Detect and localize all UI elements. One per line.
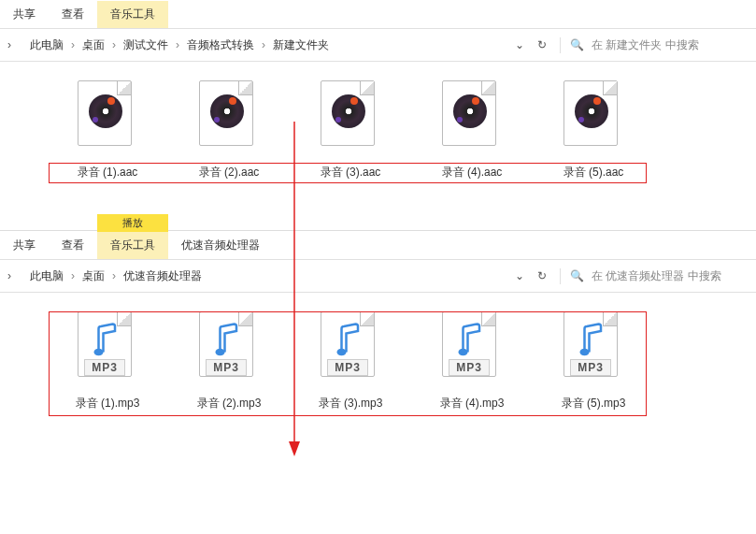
audio-file-icon (321, 80, 380, 148)
file-name: 录音 (2).mp3 (197, 396, 262, 411)
explorer-window-1: 共享 查看 播放 音乐工具 › 此电脑› 桌面› 测试文件› 音频格式转换› 新… (0, 0, 756, 231)
svg-point-4 (580, 349, 590, 356)
window-title: 优速音频处理器 (168, 232, 273, 259)
file-area-1[interactable]: 录音 (1).aac录音 (2).aac录音 (3).aac录音 (4).aac… (0, 62, 756, 230)
file-name: 录音 (1).mp3 (76, 396, 140, 411)
search-input[interactable]: 🔍 在 优速音频处理器 中搜索 (560, 268, 756, 284)
audio-file-icon (199, 80, 259, 148)
chevron-right-icon: › (110, 269, 118, 282)
file-name: 录音 (3).aac (321, 165, 381, 180)
refresh-icon[interactable]: ↻ (537, 38, 547, 51)
file-item[interactable]: 录音 (4).aac (430, 80, 514, 180)
toolbar-share[interactable]: 共享 (0, 1, 49, 28)
svg-point-0 (94, 349, 104, 356)
tab-name: 音乐工具 (97, 232, 168, 259)
dropdown-icon[interactable]: ⌄ (515, 269, 524, 282)
music-note-icon (456, 322, 484, 359)
chevron-right-icon: › (110, 38, 118, 51)
crumb-desktop[interactable]: 桌面 (77, 34, 110, 57)
file-item[interactable]: MP3录音 (1).mp3 (65, 311, 150, 411)
mp3-badge: MP3 (449, 359, 490, 376)
toolbar-view[interactable]: 查看 (49, 1, 97, 28)
mp3-badge: MP3 (206, 359, 247, 376)
search-placeholder: 在 优速音频处理器 中搜索 (592, 268, 721, 284)
file-item[interactable]: MP3录音 (3).mp3 (308, 311, 392, 411)
search-placeholder: 在 新建文件夹 中搜索 (592, 37, 699, 53)
toolbar-1: 共享 查看 播放 音乐工具 (0, 0, 756, 28)
svg-point-2 (337, 349, 347, 356)
file-area-2[interactable]: MP3录音 (1).mp3MP3录音 (2).mp3MP3录音 (3).mp3M… (0, 293, 756, 461)
toolbar-share[interactable]: 共享 (0, 232, 49, 259)
tab-name: 音乐工具 (97, 1, 168, 28)
svg-point-3 (459, 349, 468, 356)
file-name: 录音 (5).mp3 (562, 396, 626, 411)
file-name: 录音 (5).aac (563, 165, 624, 180)
chevron-right-icon: › (69, 38, 77, 51)
file-item[interactable]: MP3录音 (5).mp3 (551, 311, 635, 411)
mp3-file-icon: MP3 (78, 311, 137, 379)
file-name: 录音 (1).aac (78, 165, 138, 180)
music-note-icon (578, 322, 606, 359)
breadcrumb: 此电脑› 桌面› 测试文件› 音频格式转换› 新建文件夹 (19, 34, 502, 57)
mp3-badge: MP3 (570, 359, 611, 376)
toolbar-2: 共享 查看 播放 音乐工具 (0, 231, 168, 259)
file-name: 录音 (2).aac (199, 165, 260, 180)
music-tools-tab[interactable]: 播放 音乐工具 (97, 0, 168, 28)
toolbar-view[interactable]: 查看 (49, 232, 97, 259)
file-item[interactable]: 录音 (5).aac (551, 80, 635, 180)
audio-file-icon (563, 80, 623, 148)
audio-file-icon (78, 80, 137, 148)
breadcrumb: 此电脑› 桌面› 优速音频处理器 (19, 265, 502, 288)
crumb-desktop[interactable]: 桌面 (77, 265, 110, 288)
search-icon: 🔍 (570, 269, 584, 282)
dropdown-icon[interactable]: ⌄ (515, 38, 524, 51)
file-name: 录音 (3).mp3 (319, 396, 383, 411)
address-bar-2: › 此电脑› 桌面› 优速音频处理器 ⌄ ↻ 🔍 在 优速音频处理器 中搜索 (0, 259, 756, 293)
chevron-right-icon[interactable]: › (0, 269, 19, 282)
search-input[interactable]: 🔍 在 新建文件夹 中搜索 (560, 37, 756, 53)
mp3-file-icon: MP3 (442, 311, 502, 379)
mp3-badge: MP3 (84, 359, 125, 376)
crumb-newfolder[interactable]: 新建文件夹 (267, 34, 335, 57)
file-item[interactable]: MP3录音 (2).mp3 (187, 311, 271, 411)
explorer-window-2: 共享 查看 播放 音乐工具 优速音频处理器 › 此电脑› 桌面› 优速音频处理器… (0, 231, 756, 461)
file-item[interactable]: 录音 (1).aac (65, 80, 150, 180)
file-name: 录音 (4).aac (442, 165, 503, 180)
svg-point-1 (216, 349, 225, 356)
music-note-icon (213, 322, 241, 359)
address-bar-1: › 此电脑› 桌面› 测试文件› 音频格式转换› 新建文件夹 ⌄ ↻ 🔍 在 新… (0, 28, 756, 62)
mp3-file-icon: MP3 (563, 311, 623, 379)
chevron-right-icon: › (69, 269, 77, 282)
mp3-file-icon: MP3 (321, 311, 380, 379)
music-note-icon (335, 322, 363, 359)
file-name: 录音 (4).mp3 (440, 396, 505, 411)
file-item[interactable]: MP3录音 (4).mp3 (430, 311, 514, 411)
crumb-pc[interactable]: 此电脑 (24, 265, 69, 288)
chevron-right-icon: › (174, 38, 181, 51)
crumb-app[interactable]: 优速音频处理器 (118, 265, 207, 288)
crumb-testfiles[interactable]: 测试文件 (118, 34, 174, 57)
search-icon: 🔍 (570, 38, 584, 51)
music-note-icon (92, 322, 120, 359)
chevron-right-icon[interactable]: › (0, 38, 19, 51)
mp3-file-icon: MP3 (199, 311, 259, 379)
crumb-audioconv[interactable]: 音频格式转换 (181, 34, 260, 57)
crumb-pc[interactable]: 此电脑 (24, 34, 69, 57)
refresh-icon[interactable]: ↻ (537, 269, 547, 282)
chevron-right-icon: › (260, 38, 267, 51)
audio-file-icon (442, 80, 502, 148)
mp3-badge: MP3 (327, 359, 368, 376)
file-item[interactable]: 录音 (3).aac (308, 80, 392, 180)
file-item[interactable]: 录音 (2).aac (187, 80, 271, 180)
